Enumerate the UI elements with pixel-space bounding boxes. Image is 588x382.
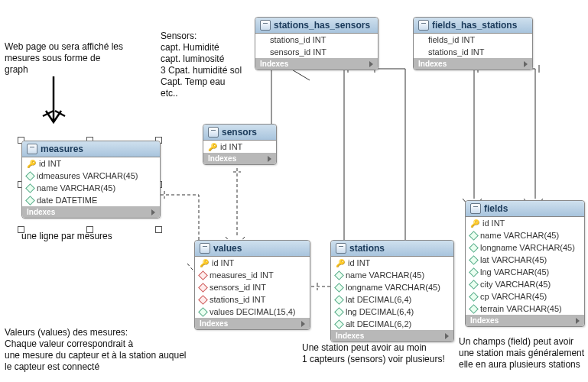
annotation-field-note: Un champs (field) peut avoir une station… bbox=[459, 336, 588, 371]
column: lat VARCHAR(45) bbox=[466, 254, 584, 266]
entity-columns: stations_id INTsensors_id INT bbox=[255, 34, 378, 58]
entity-measures[interactable]: measures 🔑id INTidmeasures VARCHAR(45)na… bbox=[21, 141, 161, 219]
column-text: city VARCHAR(45) bbox=[480, 280, 551, 289]
entity-stations-has-sensors[interactable]: stations_has_sensors stations_id INTsens… bbox=[255, 17, 378, 70]
column-text: terrain VARCHAR(45) bbox=[480, 304, 562, 313]
entity-columns: 🔑id INTidmeasures VARCHAR(45)name VARCHA… bbox=[22, 157, 160, 206]
entity-header[interactable]: fields bbox=[466, 201, 584, 217]
entity-columns: 🔑id INTname VARCHAR(45)longname VARCHAR(… bbox=[331, 257, 453, 330]
diamond-icon bbox=[334, 307, 344, 317]
indexes-row[interactable]: Indexes bbox=[195, 318, 310, 329]
column: sensors_id INT bbox=[255, 46, 378, 58]
entity-fields-has-stations[interactable]: fields_has_stations fields_id INTstation… bbox=[413, 17, 533, 70]
entity-header[interactable]: sensors bbox=[203, 125, 276, 141]
table-icon bbox=[336, 243, 346, 254]
entity-header[interactable]: fields_has_stations bbox=[414, 18, 532, 34]
column-text: stations_id INT bbox=[428, 47, 484, 57]
table-icon bbox=[470, 203, 481, 214]
column-text: name VARCHAR(45) bbox=[346, 270, 424, 280]
column-text: id INT bbox=[482, 219, 505, 228]
entity-title: values bbox=[213, 243, 242, 254]
diamond-icon bbox=[334, 319, 344, 329]
entity-title: stations_has_sensors bbox=[274, 20, 370, 31]
column: stations_id INT bbox=[195, 293, 310, 306]
key-icon: 🔑 bbox=[336, 259, 345, 267]
annotation-sensors-list: Sensors: capt. Humidité capt. luminosité… bbox=[161, 31, 252, 99]
entity-title: sensors bbox=[222, 127, 257, 138]
diamond-icon bbox=[334, 270, 344, 280]
column-text: stations_id INT bbox=[270, 35, 326, 44]
column: stations_id INT bbox=[255, 34, 378, 46]
column-text: date DATETIME bbox=[37, 196, 97, 205]
key-icon: 🔑 bbox=[208, 143, 217, 151]
diamond-icon bbox=[198, 307, 208, 317]
table-icon bbox=[418, 20, 429, 31]
column: fields_id INT bbox=[414, 34, 532, 46]
column: 🔑id INT bbox=[22, 157, 160, 170]
entity-header[interactable]: values bbox=[195, 241, 310, 257]
diamond-icon bbox=[469, 304, 479, 314]
indexes-row[interactable]: Indexes bbox=[414, 58, 532, 70]
entity-fields[interactable]: fields 🔑id INTname VARCHAR(45)longname V… bbox=[465, 200, 585, 327]
indexes-row[interactable]: Indexes bbox=[255, 58, 378, 70]
column: values DECIMAL(15,4) bbox=[195, 306, 310, 318]
annotation-station-note: Une station peut avoir au moin 1 capteur… bbox=[302, 342, 463, 365]
column: date DATETIME bbox=[22, 194, 160, 206]
key-icon: 🔑 bbox=[200, 259, 209, 267]
column-text: longname VARCHAR(45) bbox=[480, 243, 575, 252]
expand-icon bbox=[445, 333, 449, 339]
diamond-icon bbox=[469, 231, 479, 241]
selection-handle[interactable] bbox=[155, 226, 162, 233]
entity-header[interactable]: stations bbox=[331, 241, 453, 257]
expand-icon bbox=[369, 61, 373, 67]
indexes-row[interactable]: Indexes bbox=[466, 315, 584, 326]
indexes-row[interactable]: Indexes bbox=[203, 153, 276, 164]
diamond-icon bbox=[469, 292, 479, 302]
selection-handle[interactable] bbox=[86, 226, 93, 233]
column: sensors_id INT bbox=[195, 281, 310, 293]
table-icon bbox=[200, 243, 210, 254]
column-text: id INT bbox=[348, 258, 370, 267]
column: lat DECIMAL(6,4) bbox=[331, 293, 453, 306]
column: terrain VARCHAR(45) bbox=[466, 303, 584, 315]
entity-title: fields bbox=[484, 203, 508, 214]
column: 🔑id INT bbox=[331, 257, 453, 269]
column: name VARCHAR(45) bbox=[466, 229, 584, 241]
entity-sensors[interactable]: sensors 🔑id INT Indexes bbox=[203, 124, 277, 165]
diamond-icon bbox=[25, 196, 35, 206]
entity-stations[interactable]: stations 🔑id INTname VARCHAR(45)longname… bbox=[330, 240, 454, 342]
column: 🔑id INT bbox=[195, 257, 310, 269]
column: 🔑id INT bbox=[466, 217, 584, 229]
column-text: values DECIMAL(15,4) bbox=[210, 307, 296, 316]
diamond-icon bbox=[334, 295, 344, 305]
column-text: id INT bbox=[212, 258, 234, 267]
expand-icon bbox=[301, 321, 305, 327]
key-icon: 🔑 bbox=[27, 160, 36, 168]
column-text: idmeasures VARCHAR(45) bbox=[37, 171, 138, 180]
table-icon bbox=[27, 144, 37, 154]
indexes-row[interactable]: Indexes bbox=[331, 330, 453, 342]
diamond-icon bbox=[469, 255, 479, 265]
expand-icon bbox=[268, 156, 271, 162]
entity-header[interactable]: stations_has_sensors bbox=[255, 18, 378, 34]
entity-values[interactable]: values 🔑id INTmeasures_id INTsensors_id … bbox=[194, 240, 310, 330]
diamond-icon bbox=[25, 171, 35, 181]
table-icon bbox=[208, 127, 219, 138]
column-text: alt DECIMAL(6,2) bbox=[346, 319, 411, 329]
indexes-row[interactable]: Indexes bbox=[22, 206, 160, 218]
column: name VARCHAR(45) bbox=[22, 182, 160, 194]
entity-header[interactable]: measures bbox=[22, 141, 160, 157]
diamond-icon bbox=[469, 243, 479, 253]
expand-icon bbox=[151, 209, 155, 215]
diamond-icon bbox=[25, 183, 35, 193]
column-text: name VARCHAR(45) bbox=[480, 231, 559, 240]
selection-handle[interactable] bbox=[18, 226, 24, 233]
column-text: cp VARCHAR(45) bbox=[480, 292, 547, 301]
column-text: id INT bbox=[220, 142, 242, 151]
diamond-icon bbox=[469, 267, 479, 277]
column: lng VARCHAR(45) bbox=[466, 266, 584, 278]
diamond-icon bbox=[469, 280, 479, 290]
diamond-fk-icon bbox=[198, 283, 208, 293]
column-text: id INT bbox=[39, 159, 61, 168]
diamond-icon bbox=[334, 283, 344, 293]
